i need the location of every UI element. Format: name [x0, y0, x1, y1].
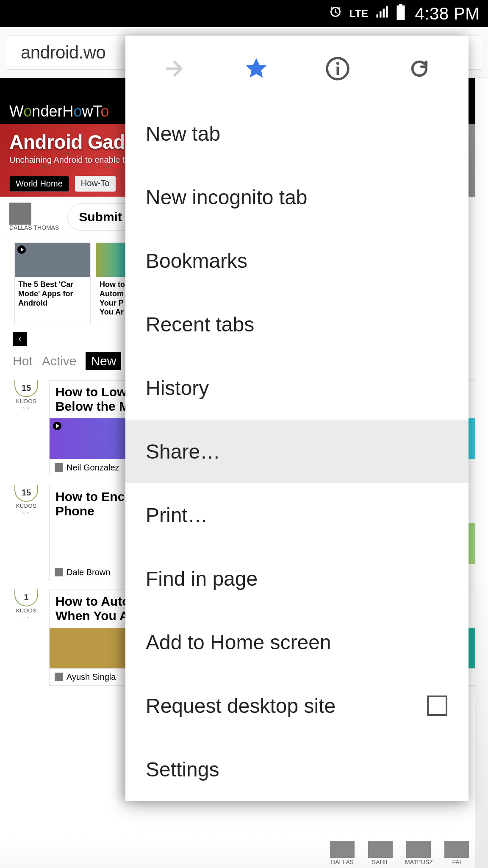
- menu-item-label: Bookmarks: [146, 249, 247, 273]
- menu-item-history[interactable]: History: [125, 356, 469, 420]
- right-edge-peek: [475, 78, 488, 868]
- feed-author: Neil Gonzalez: [67, 463, 119, 473]
- menu-item-print[interactable]: Print…: [125, 483, 469, 547]
- svg-point-2: [336, 62, 339, 65]
- menu-item-find-in-page[interactable]: Find in page: [125, 547, 469, 610]
- vote-arrows[interactable]: ˄˅: [10, 615, 42, 625]
- tab-hot[interactable]: Hot: [13, 354, 33, 368]
- desktop-site-checkbox[interactable]: [427, 696, 447, 716]
- author-avatar: [55, 673, 63, 681]
- menu-item-label: History: [146, 376, 209, 400]
- menu-item-new-tab[interactable]: New tab: [125, 102, 469, 165]
- kudos-widget[interactable]: 1 KUDOS ˄˅: [10, 590, 42, 686]
- kudos-widget[interactable]: 15 KUDOS ˄˅: [10, 380, 42, 476]
- kudos-widget[interactable]: 15 KUDOS ˄˅: [10, 485, 42, 581]
- network-label: LTE: [349, 8, 368, 19]
- user-strip: DALLAS SAHIL MATEUSZ FAI: [0, 837, 488, 868]
- kudos-count: 1: [14, 590, 38, 606]
- signal-icon: [374, 4, 390, 23]
- bookmark-star-icon[interactable]: [244, 56, 269, 81]
- card-thumb: [15, 243, 90, 277]
- submit-label: Submit: [79, 210, 122, 224]
- android-status-bar: LTE 4:38 PM: [0, 0, 488, 27]
- card-title: How to Autom Your P You Ar: [96, 277, 129, 324]
- user-name: DALLAS: [331, 859, 354, 865]
- author-avatar: [55, 463, 63, 472]
- menu-item-request-desktop-site[interactable]: Request desktop site: [125, 674, 469, 737]
- menu-item-label: Add to Home screen: [146, 631, 331, 654]
- battery-icon: [396, 4, 406, 24]
- tab-active[interactable]: Active: [42, 354, 77, 368]
- alarm-icon: [328, 4, 343, 23]
- user-name: MATEUSZ: [405, 859, 433, 865]
- menu-item-recent-tabs[interactable]: Recent tabs: [125, 292, 469, 356]
- menu-item-label: Request desktop site: [146, 694, 336, 718]
- kudos-label: KUDOS: [10, 607, 42, 614]
- info-icon[interactable]: [325, 56, 350, 81]
- play-icon: [53, 422, 61, 430]
- menu-item-label: Share…: [146, 440, 220, 463]
- menu-item-label: Recent tabs: [146, 313, 254, 336]
- menu-item-label: New incognito tab: [146, 186, 308, 209]
- refresh-icon[interactable]: [407, 56, 432, 81]
- menu-item-add-to-home-screen[interactable]: Add to Home screen: [125, 610, 469, 674]
- vote-arrows[interactable]: ˄˅: [10, 406, 42, 415]
- hero-tab-world-home[interactable]: World Home: [9, 176, 69, 192]
- card[interactable]: The 5 Best 'Car Mode' Apps for Android: [14, 242, 91, 325]
- card-thumb: [96, 243, 129, 277]
- menu-item-share[interactable]: Share…: [125, 420, 469, 483]
- feed-author: Ayush Singla: [67, 672, 116, 682]
- forward-icon[interactable]: [162, 56, 187, 81]
- kudos-count: 15: [14, 380, 38, 397]
- hero-tab-howto[interactable]: How-To: [75, 176, 116, 192]
- menu-icon-row: [125, 36, 469, 102]
- kudos-count: 15: [14, 485, 38, 502]
- tab-new[interactable]: New: [86, 352, 121, 370]
- menu-item-new-incognito-tab[interactable]: New incognito tab: [125, 165, 469, 229]
- user-name: SAHIL: [372, 859, 389, 865]
- menu-item-label: Settings: [146, 758, 219, 781]
- chrome-overflow-menu: New tabNew incognito tabBookmarksRecent …: [125, 36, 469, 801]
- kudos-label: KUDOS: [10, 503, 42, 509]
- kudos-label: KUDOS: [10, 398, 42, 404]
- avatar[interactable]: [9, 203, 31, 225]
- menu-item-label: Find in page: [146, 567, 258, 590]
- vote-arrows[interactable]: ˄˅: [10, 511, 42, 520]
- author-name: DALLAS THOMAS: [9, 225, 59, 231]
- author-avatar: [55, 568, 63, 576]
- user-name: FAI: [452, 859, 461, 865]
- site-logo[interactable]: WonderHowTo: [9, 103, 109, 120]
- play-icon: [17, 245, 26, 254]
- scroll-left-button[interactable]: ‹: [13, 332, 27, 346]
- clock-text: 4:38 PM: [415, 4, 480, 23]
- menu-item-label: Print…: [146, 504, 208, 527]
- menu-item-label: New tab: [146, 122, 220, 145]
- feed-author: Dale Brown: [67, 568, 110, 577]
- card[interactable]: How to Autom Your P You Ar: [96, 242, 130, 325]
- menu-item-bookmarks[interactable]: Bookmarks: [125, 229, 469, 292]
- menu-item-settings[interactable]: Settings: [125, 737, 469, 801]
- svg-rect-1: [337, 67, 339, 75]
- card-title: The 5 Best 'Car Mode' Apps for Android: [15, 277, 90, 315]
